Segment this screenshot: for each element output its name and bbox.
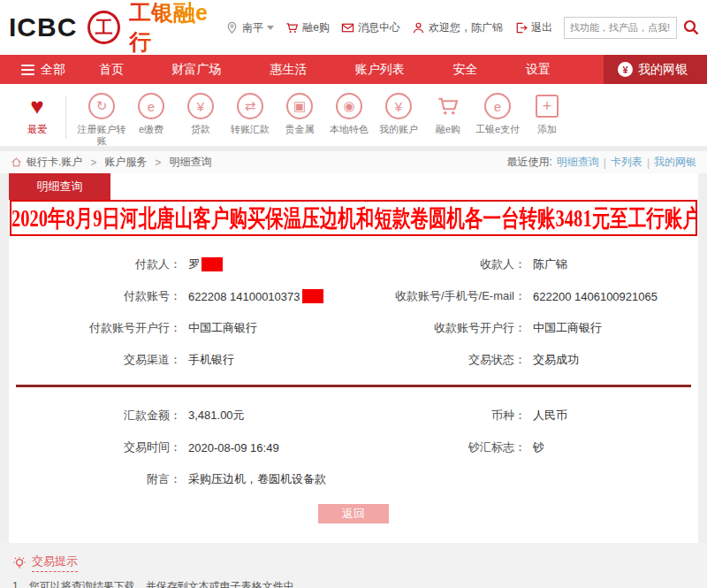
cash-remit-flag: 钞 (526, 439, 698, 455)
nav-hui-life[interactable]: 惠生活 (270, 62, 307, 78)
transaction-channel: 手机银行 (181, 352, 362, 368)
user-icon (412, 21, 425, 34)
back-button[interactable]: 返回 (318, 504, 389, 523)
annotation-text: 2020年8月9日河北唐山客户购买保温压边机和短款卷圆机各一台转账3481元至工… (11, 202, 697, 234)
nav-all[interactable]: 全部 (21, 62, 65, 78)
logout-icon (514, 21, 528, 34)
recent-link-my-ebank[interactable]: 我的网银 (654, 155, 696, 170)
shortcut-add[interactable]: + 添加 (522, 93, 572, 135)
shortcut-transfer-remit[interactable]: ⇄ 转账汇款 (225, 93, 275, 135)
location-label: 南平 (242, 20, 263, 35)
redaction-box (302, 289, 323, 303)
payer-name: 罗 (188, 256, 200, 272)
transfer-remit-icon: ⇄ (237, 93, 263, 119)
detail-row: 付款账号： 622208 14100010373 收款账号/手机号/E-mail… (9, 280, 698, 312)
page: ICBC 工 工银融e行 南平 融e购 消息中心 欢迎您，陈广锦 (0, 0, 707, 588)
tip-note: 1、您可以将查询结果下载，并保存到文本或电子表格文件中。 (12, 579, 695, 588)
recent-link-detail-query[interactable]: 明细查询 (557, 155, 599, 170)
top-header: ICBC 工 工银融e行 南平 融e购 消息中心 欢迎您，陈广锦 (0, 0, 707, 55)
main-content: 明细查询 2020年8月9日河北唐山客户购买保温压边机和短款卷圆机各一台转账34… (9, 173, 698, 543)
shortcut-icbc-epay[interactable]: e 工银e支付 (473, 93, 522, 135)
tab-detail-query[interactable]: 明细查询 (9, 173, 110, 200)
home-icon (11, 157, 22, 168)
main-nav: 全部 首页 财富广场 惠生活 账户列表 安全 设置 ¥ 我的网银 (0, 55, 707, 84)
shortcut-my-account[interactable]: ¥ 我的账户 (374, 93, 423, 135)
logout-button[interactable]: 退出 (514, 20, 552, 35)
breadcrumb-item[interactable]: 账户服务 (104, 155, 147, 170)
local-feature-icon: ◉ (336, 93, 362, 119)
logout-label: 退出 (531, 20, 552, 35)
transaction-details: 付款人： 罗 收款人： 陈广锦 付款账号： 622208 14100010373… (9, 236, 698, 543)
icbc-emblem-icon: 工 (87, 11, 120, 44)
search-input[interactable] (564, 17, 677, 39)
message-center-label: 消息中心 (358, 20, 400, 35)
payer-bank: 中国工商银行 (181, 320, 362, 336)
epay-icon: e (484, 93, 511, 119)
shortcut-epay-fee[interactable]: e e缴费 (126, 93, 176, 135)
nav-all-label: 全部 (41, 62, 65, 78)
loan-icon: ¥ (187, 93, 214, 119)
postscript: 采购压边机，卷圆机设备款 (181, 471, 698, 487)
my-account-icon: ¥ (385, 93, 412, 119)
money-bag-icon: ¥ (618, 62, 633, 77)
detail-row: 附言： 采购压边机，卷圆机设备款 (9, 463, 698, 495)
lightbulb-icon (12, 556, 27, 570)
detail-row: 交易时间： 2020-08-09 16:49 钞汇标志： 钞 (9, 431, 698, 463)
nav-home[interactable]: 首页 (99, 62, 124, 78)
envelope-icon (341, 21, 354, 34)
location-pin-icon (225, 21, 239, 34)
icbc-logo: ICBC (9, 12, 77, 42)
recent-used-label: 最近使用: (506, 155, 551, 170)
transaction-tips: 交易提示 1、您可以将查询结果下载，并保存到文本或电子表格文件中。 2、本功能只… (0, 543, 707, 588)
breadcrumb-item[interactable]: 银行卡.账户 (27, 155, 82, 170)
my-ebank-badge[interactable]: ¥ 我的网银 (604, 55, 707, 84)
section-divider (16, 385, 691, 387)
transaction-status: 交易成功 (526, 352, 698, 368)
tips-title: 交易提示 (32, 554, 78, 572)
nav-settings[interactable]: 设置 (526, 62, 551, 78)
detail-row: 付款账号开户行： 中国工商银行 收款账号开户行： 中国工商银行 (9, 312, 698, 344)
detail-row: 交易渠道： 手机银行 交易状态： 交易成功 (9, 344, 698, 376)
detail-row: 付款人： 罗 收款人： 陈广锦 (9, 248, 698, 280)
currency: 人民币 (526, 408, 698, 424)
cart-icon (285, 21, 299, 34)
divider (65, 96, 66, 139)
search-icon[interactable] (682, 19, 700, 36)
shortcut-bar: ♥ 最爱 ↻ 注册账户转账 e e缴费 ¥ 贷款 ⇄ 转账汇款 ▣ 贵金属 ◉ … (0, 84, 707, 151)
shortcut-register-transfer[interactable]: ↻ 注册账户转账 (77, 93, 126, 147)
detail-row: 汇款金额： 3,481.00元 币种： 人民币 (9, 400, 698, 431)
transaction-time: 2020-08-09 16:49 (181, 441, 362, 454)
register-transfer-icon: ↻ (88, 93, 115, 119)
breadcrumb-item: 明细查询 (169, 155, 211, 170)
redaction-box (201, 257, 223, 271)
breadcrumb-bar: 银行卡.账户 账户服务 明细查询 最近使用: 明细查询 卡列表 我的网银 (0, 151, 707, 173)
shortcut-local-feature[interactable]: ◉ 本地特色 (324, 93, 374, 135)
welcome-label: 欢迎您，陈广锦 (429, 20, 503, 35)
shortcut-precious-metal[interactable]: ▣ 贵金属 (275, 93, 324, 135)
add-icon: + (536, 95, 559, 118)
nav-wealth-plaza[interactable]: 财富广场 (172, 62, 222, 78)
cart-label: 融e购 (302, 20, 330, 35)
location-selector[interactable]: 南平 (225, 20, 274, 35)
shortcut-favorite[interactable]: ♥ 最爱 (14, 93, 60, 135)
remit-amount: 3,481.00元 (181, 408, 362, 424)
precious-metal-icon: ▣ (286, 93, 313, 119)
message-center[interactable]: 消息中心 (341, 20, 400, 35)
my-ebank-label: 我的网银 (638, 62, 688, 78)
heart-icon: ♥ (14, 93, 60, 119)
shortcut-rong-e-gou[interactable]: 融e购 (423, 93, 473, 135)
nav-account-list[interactable]: 账户列表 (355, 62, 405, 78)
hamburger-icon (21, 65, 34, 75)
brand-name: 工银融e行 (129, 0, 225, 57)
annotation-banner: 2020年8月9日河北唐山客户购买保温压边机和短款卷圆机各一台转账3481元至工… (10, 200, 697, 236)
nav-security[interactable]: 安全 (452, 62, 477, 78)
shortcut-loan[interactable]: ¥ 贷款 (176, 93, 225, 135)
cart-link[interactable]: 融e购 (285, 20, 330, 35)
cart-icon (435, 93, 461, 119)
recent-link-card-list[interactable]: 卡列表 (611, 155, 642, 170)
payee-bank: 中国工商银行 (526, 320, 698, 336)
epay-fee-icon: e (138, 93, 164, 119)
chevron-down-icon (267, 26, 274, 30)
payer-account: 622208 14100010373 (188, 290, 300, 303)
welcome-user[interactable]: 欢迎您，陈广锦 (412, 20, 503, 35)
